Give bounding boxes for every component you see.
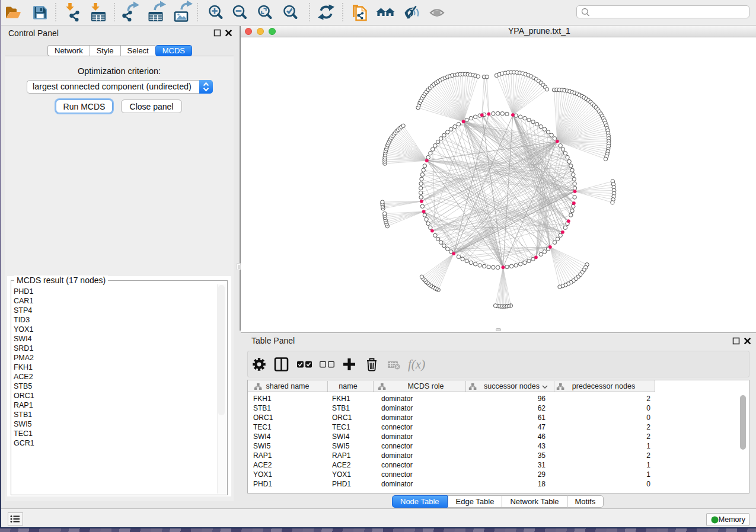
svg-text:f(x): f(x) (408, 357, 425, 371)
